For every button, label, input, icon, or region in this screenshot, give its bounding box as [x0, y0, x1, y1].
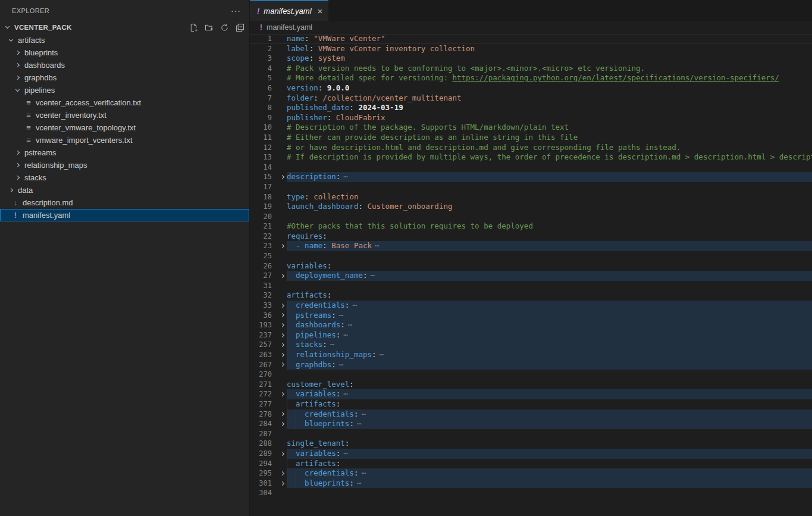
code-line-25[interactable]: 25: [250, 251, 812, 261]
line-number[interactable]: 10: [250, 123, 277, 133]
line-number[interactable]: 33: [250, 301, 277, 311]
tree-item-vcenter-inventory-txt[interactable]: ≡vcenter_inventory.txt: [0, 109, 249, 121]
fold-chevron-right-icon[interactable]: [277, 479, 287, 489]
code-line-18[interactable]: 18type: collection: [250, 192, 812, 202]
tab-manifest-yaml[interactable]: ! manifest.yaml ×: [250, 0, 328, 21]
new-file-icon[interactable]: [189, 23, 198, 32]
line-number[interactable]: 18: [250, 192, 277, 202]
code-line-19[interactable]: 19launch_dashboard: Customer_onboarding: [250, 202, 812, 212]
folded-region-ellipsis-icon[interactable]: ⋯: [375, 241, 380, 250]
line-number[interactable]: 278: [250, 409, 277, 420]
line-number[interactable]: 32: [250, 290, 277, 301]
code-line-267[interactable]: 267graphdbs:⋯: [250, 360, 812, 370]
line-number[interactable]: 272: [250, 389, 277, 399]
code-line-9[interactable]: 9publisher: CloudFabrix: [250, 113, 812, 123]
code-line-content[interactable]: folder: /collection/vcenter_multitenant: [287, 93, 812, 104]
code-line-content[interactable]: - name: Base Pack⋯: [287, 241, 812, 251]
folded-region-ellipsis-icon[interactable]: ⋯: [343, 449, 349, 458]
code-line-content[interactable]: # Description of the package. Supports H…: [287, 123, 812, 133]
line-number[interactable]: 295: [250, 468, 277, 479]
line-number[interactable]: 19: [250, 202, 277, 212]
fold-chevron-right-icon[interactable]: [277, 241, 287, 251]
line-number[interactable]: 3: [250, 54, 277, 64]
line-number[interactable]: 27: [250, 271, 277, 281]
code-line-content[interactable]: [287, 251, 812, 261]
tree-item-relationship-maps[interactable]: relationship_maps: [0, 159, 249, 171]
folded-region-ellipsis-icon[interactable]: ⋯: [343, 330, 349, 339]
fold-chevron-right-icon[interactable]: [277, 172, 287, 182]
fold-chevron-right-icon[interactable]: [277, 419, 287, 429]
folded-region-ellipsis-icon[interactable]: ⋯: [339, 360, 344, 369]
code-line-13[interactable]: 13# If description is provided by multip…: [250, 152, 812, 162]
refresh-explorer-icon[interactable]: [220, 23, 229, 32]
code-line-6[interactable]: 6version: 9.0.0: [250, 83, 812, 93]
fold-chevron-right-icon[interactable]: [277, 468, 287, 479]
folded-region-ellipsis-icon[interactable]: ⋯: [352, 301, 358, 309]
code-line-content[interactable]: name: "VMWare vCenter": [287, 34, 812, 44]
new-folder-icon[interactable]: [204, 23, 214, 32]
line-number[interactable]: 8: [250, 103, 277, 113]
code-line-content[interactable]: graphdbs:⋯: [287, 360, 812, 370]
code-line-278[interactable]: 278credentials:⋯: [250, 409, 812, 420]
line-number[interactable]: 257: [250, 340, 277, 350]
breadcrumb[interactable]: ! manifest.yaml: [250, 21, 812, 34]
code-line-content[interactable]: [287, 429, 812, 439]
code-line-27[interactable]: 27deployment_name:⋯: [250, 271, 812, 281]
line-number[interactable]: 25: [250, 251, 277, 261]
more-actions-icon[interactable]: ···: [231, 6, 241, 15]
line-number[interactable]: 21: [250, 221, 277, 232]
code-line-304[interactable]: 304: [250, 488, 812, 498]
code-line-content[interactable]: credentials:⋯: [287, 468, 812, 479]
code-line-content[interactable]: credentials:⋯: [287, 409, 812, 420]
code-line-content[interactable]: # Either can provide description as an i…: [287, 133, 812, 143]
folded-region-ellipsis-icon[interactable]: ⋯: [348, 320, 353, 329]
code-line-31[interactable]: 31: [250, 281, 812, 291]
tree-item-pipelines[interactable]: pipelines: [0, 84, 249, 96]
line-number[interactable]: 287: [250, 429, 277, 439]
fold-chevron-right-icon[interactable]: [277, 320, 287, 330]
tree-root-vcenter-pack[interactable]: VCENTER_PACK: [0, 21, 249, 34]
line-number[interactable]: 270: [250, 370, 277, 380]
code-line-content[interactable]: [287, 182, 812, 192]
code-line-272[interactable]: 272variables:⋯: [250, 389, 812, 399]
code-line-content[interactable]: description:⋯: [287, 172, 812, 182]
code-line-content[interactable]: [287, 281, 812, 291]
code-line-17[interactable]: 17: [250, 182, 812, 192]
code-line-content[interactable]: version: 9.0.0: [287, 83, 812, 93]
fold-chevron-right-icon[interactable]: [277, 340, 287, 350]
code-line-294[interactable]: 294artifacts:: [250, 459, 812, 469]
line-number[interactable]: 277: [250, 399, 277, 409]
code-line-14[interactable]: 14: [250, 162, 812, 173]
chevron-right-icon[interactable]: [12, 164, 22, 167]
code-line-15[interactable]: 15description:⋯: [250, 172, 812, 182]
code-line-content[interactable]: customer_level:: [287, 380, 812, 390]
code-line-content[interactable]: variables:⋯: [287, 449, 812, 459]
code-line-content[interactable]: blueprints:⋯: [287, 479, 812, 489]
code-line-content[interactable]: label: VMWare vCenter inventory collecti…: [287, 44, 812, 54]
code-line-content[interactable]: variables:: [287, 261, 812, 271]
code-line-271[interactable]: 271customer_level:: [250, 380, 812, 390]
code-line-content[interactable]: type: collection: [287, 192, 812, 202]
line-number[interactable]: 6: [250, 83, 277, 93]
code-line-1[interactable]: 1name: "VMWare vCenter": [250, 34, 812, 44]
collapse-folders-icon[interactable]: [235, 23, 244, 32]
tree-item-manifest-yaml[interactable]: !manifest.yaml: [0, 209, 249, 221]
tree-item-description-md[interactable]: ↓description.md: [0, 196, 249, 209]
chevron-down-icon[interactable]: [2, 27, 12, 28]
code-line-10[interactable]: 10# Description of the package. Supports…: [250, 123, 812, 133]
fold-chevron-right-icon[interactable]: [277, 350, 287, 360]
code-line-22[interactable]: 22requires:: [250, 232, 812, 242]
line-number[interactable]: 22: [250, 232, 277, 242]
code-line-263[interactable]: 263relationship_maps:⋯: [250, 350, 812, 360]
chevron-right-icon[interactable]: [12, 151, 22, 154]
line-number[interactable]: 263: [250, 350, 277, 360]
code-line-11[interactable]: 11# Either can provide description as an…: [250, 133, 812, 143]
code-line-content[interactable]: credentials:⋯: [287, 301, 812, 311]
line-number[interactable]: 7: [250, 93, 277, 104]
chevron-right-icon[interactable]: [12, 176, 22, 179]
folded-region-ellipsis-icon[interactable]: ⋯: [330, 340, 336, 349]
line-number[interactable]: 304: [250, 488, 277, 498]
fold-chevron-right-icon[interactable]: [277, 330, 287, 340]
fold-chevron-right-icon[interactable]: [277, 311, 287, 321]
code-line-content[interactable]: artifacts:: [287, 290, 812, 301]
